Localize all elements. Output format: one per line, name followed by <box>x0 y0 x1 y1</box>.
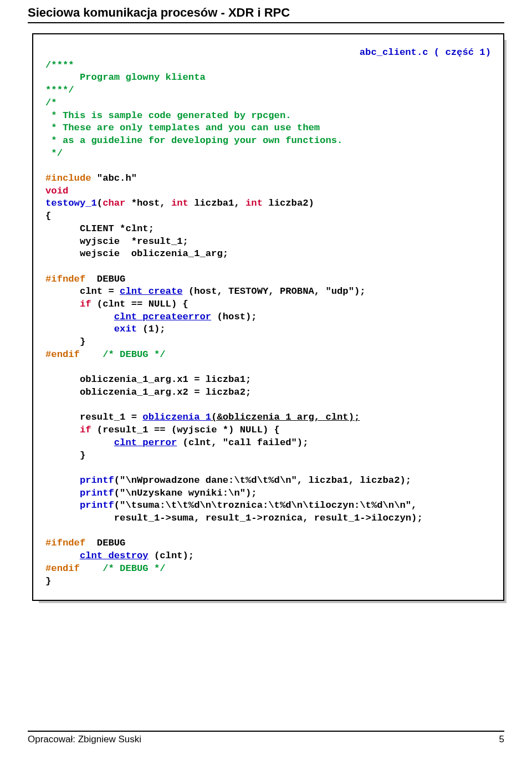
code-line: clnt_perror (clnt, "call failed"); <box>45 437 308 448</box>
code-line: } <box>45 576 51 586</box>
filename-label: abc_client.c ( część 1) <box>45 47 491 59</box>
code-line: clnt_destroy (clnt); <box>45 550 194 561</box>
code-line: printf("\nWprowadzone dane:\t%d\t%d\n", … <box>45 475 411 486</box>
code-line: ****/ <box>45 85 74 95</box>
code-line: /* <box>45 98 57 108</box>
code-line: exit (1); <box>45 324 166 334</box>
code-line: if (clnt == NULL) { <box>45 299 188 309</box>
code-line: #include "abc.h" <box>45 173 137 183</box>
code-line: * These are only templates and you can u… <box>45 123 320 133</box>
page-footer: Opracował: Zbigniew Suski 5 <box>28 731 504 745</box>
code-line: clnt_pcreateerror (host); <box>45 312 257 322</box>
code-line: #ifndef DEBUG <box>45 538 125 548</box>
code-line: /**** <box>45 60 74 70</box>
code-line: #endif /* DEBUG */ <box>45 349 166 360</box>
footer-page-number: 5 <box>499 734 504 745</box>
code-line: #endif /* DEBUG */ <box>45 563 166 574</box>
code-line: printf("\tsuma:\t\t%d\n\troznica:\t%d\n\… <box>45 500 417 511</box>
code-line: * This is sample code generated by rpcge… <box>45 110 291 121</box>
code-line: testowy_1(char *host, int liczba1, int l… <box>45 198 314 208</box>
code-line: clnt = clnt_create (host, TESTOWY, PROBN… <box>45 286 366 297</box>
code-line: result_1->suma, result_1->roznica, resul… <box>45 513 423 523</box>
code-line: printf("\nUzyskane wyniki:\n"); <box>45 488 257 498</box>
footer-author: Opracował: Zbigniew Suski <box>28 734 141 745</box>
code-line: obliczenia_1_arg.x1 = liczba1; <box>45 374 251 385</box>
code-line: } <box>45 336 85 347</box>
code-line: Program glowny klienta <box>45 72 206 83</box>
code-line: #ifndef DEBUG <box>45 274 125 284</box>
code-line: */ <box>45 148 63 159</box>
code-line: result_1 = obliczenia_1(&obliczenia_1_ar… <box>45 412 360 422</box>
code-line: wyjscie *result_1; <box>45 236 188 247</box>
code-line: if (result_1 == (wyjscie *) NULL) { <box>45 425 280 435</box>
code-line: wejscie obliczenia_1_arg; <box>45 248 228 259</box>
page-title: Sieciowa komunikacja procesów - XDR i RP… <box>28 6 504 23</box>
code-line: * as a guideline for developing your own… <box>45 135 342 146</box>
code-line: } <box>45 450 85 461</box>
code-line: void <box>45 186 68 196</box>
code-line: CLIENT *clnt; <box>45 223 154 234</box>
code-line: obliczenia_1_arg.x2 = liczba2; <box>45 387 251 397</box>
code-box: abc_client.c ( część 1)/**** Program glo… <box>32 33 504 601</box>
code-listing: abc_client.c ( część 1)/**** Program glo… <box>32 33 504 601</box>
code-line: { <box>45 211 51 221</box>
